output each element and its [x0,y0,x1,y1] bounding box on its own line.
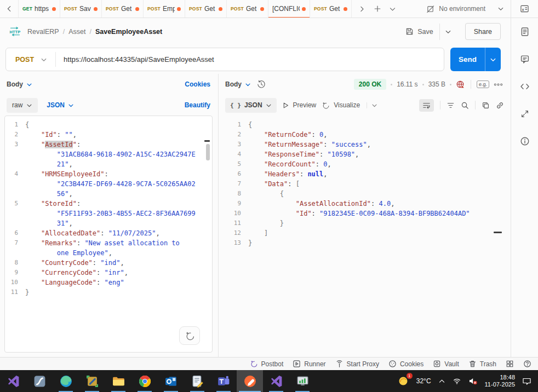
comments-icon[interactable] [519,53,531,65]
line-number: 2 [225,130,248,140]
request-format-dropdown[interactable]: JSON [47,101,74,109]
taskbar-app-dev-tool[interactable] [79,370,105,392]
taskbar-app-notepad-plus-plus[interactable] [184,370,210,392]
action-center-icon[interactable] [522,377,531,385]
help-icon[interactable] [523,360,531,368]
temperature-label[interactable]: 32°C [416,377,431,385]
related-requests-icon[interactable] [519,108,531,120]
taskbar-app-visual-studio-2[interactable] [263,370,289,392]
request-tab[interactable]: POSTGet [102,0,144,18]
taskbar-app-postman[interactable] [237,370,263,392]
taskbar-app-google-chrome[interactable] [131,370,158,392]
environment-quick-look-icon[interactable]: x [511,0,538,18]
statusbar-item-label: Cookies [400,360,423,368]
tabs-scroll-right-icon[interactable] [355,2,369,16]
weather-widget[interactable]: 1 [397,375,409,387]
link-icon[interactable] [496,101,504,109]
taskbar-app-visual-studio[interactable] [0,370,26,392]
save-options-chevron-icon[interactable] [439,24,456,40]
environment-selector[interactable]: No environment [420,0,511,18]
line-number [5,248,25,258]
wrap-lines-icon[interactable] [419,99,434,112]
request-tab[interactable]: GEThttps [19,0,60,18]
breadcrumb-collection[interactable]: Asset [68,28,85,36]
response-scrollbar-mark[interactable] [494,232,502,233]
code-snippet-icon[interactable] [519,80,531,93]
statusbar-item-trash[interactable]: Trash [468,360,496,368]
postbot-suggest-button[interactable] [179,326,200,345]
breadcrumb-workspace[interactable]: RevalERP [27,28,59,36]
request-tab[interactable]: POSTGet [310,0,352,18]
volume-muted-icon[interactable] [468,377,478,385]
beautify-link[interactable]: Beautify [185,101,210,109]
request-body-dropdown[interactable]: Body [7,80,32,88]
taskbar-app-sql-server-management-studio[interactable] [26,370,53,392]
cookies-link[interactable]: Cookies [185,80,210,88]
share-button[interactable]: Share [465,23,501,40]
more-options-icon[interactable] [494,83,503,87]
request-body-label: Body [7,80,23,88]
request-tab[interactable]: POSTSav [60,0,102,18]
request-tab[interactable]: POSTGet [227,0,268,18]
taskbar-app-outlook[interactable] [158,370,184,392]
method-select[interactable]: POST [6,48,55,71]
new-tab-icon[interactable] [370,2,384,16]
documentation-icon[interactable] [519,26,531,38]
line-number: 8 [5,258,25,268]
response-format-dropdown[interactable]: { } JSON [225,98,277,113]
windows-grid-icon[interactable] [506,360,514,368]
info-icon[interactable] [519,135,531,147]
status-badge[interactable]: 200 OK [354,79,386,90]
statusbar-item-start-proxy[interactable]: Start Proxy [335,360,379,368]
body-type-dropdown[interactable]: raw [7,98,38,113]
tab-bar: GEThttpsPOSTSavPOSTGetPOSTEmpPOSTGetPOST… [0,0,538,18]
code-content: { [248,120,252,130]
request-tab[interactable]: POSTEmp [144,0,185,18]
editor-scrollbar[interactable] [206,144,210,160]
search-icon[interactable] [461,101,469,109]
statusbar-item-vault[interactable]: Vault [433,360,459,368]
taskbar-app-microsoft-teams[interactable] [210,370,237,392]
visualize-button[interactable]: Visualize [322,101,360,109]
send-button[interactable]: Send [450,48,485,71]
request-tab[interactable]: [CONFLIC [268,0,310,18]
line-number: 7 [5,238,25,248]
visualize-chevron-icon[interactable] [367,102,377,108]
url-input[interactable]: https://localhost:44335/api/SaveEmployee… [56,55,222,64]
filter-icon[interactable] [447,101,455,109]
tray-expand-icon[interactable] [438,378,445,385]
code-line: 2 "Id": "", [5,130,212,140]
tabs-back-icon[interactable] [0,0,19,18]
statusbar-item-postbot[interactable]: Postbot [250,360,284,368]
toolbar-divider [440,101,440,109]
taskbar-app-microsoft-edge[interactable] [53,370,79,392]
response-history-icon[interactable] [257,80,266,89]
microsoft-edge-icon [59,374,73,388]
wifi-icon[interactable] [453,377,461,385]
editor-scrollbar-mark [204,140,210,142]
example-icon[interactable]: e.g. [477,80,489,88]
response-body-viewer[interactable]: 1{2 "ReturnCode": 0,3 "ReturnMessage": "… [225,116,511,353]
clock-date: 11-07-2025 [485,381,515,389]
response-size[interactable]: 335 B [428,80,445,88]
code-line: 2 "ReturnCode": 0, [225,130,511,140]
tab-options-chevron-icon[interactable] [386,2,399,16]
code-content: } [248,238,252,248]
taskbar-app-file-explorer[interactable] [105,370,131,392]
statusbar-item-runner[interactable]: Runner [293,360,325,368]
taskbar-clock[interactable]: 18:48 11-07-2025 [485,374,515,389]
response-body-dropdown[interactable]: Body [225,80,251,88]
save-button[interactable]: Save [399,24,439,40]
request-pane: Body Cookies raw JSON [0,74,219,357]
ssl-warning-globe-icon[interactable] [456,80,465,89]
response-time[interactable]: 16.11 s [397,80,417,88]
tab-title: Get [329,5,341,13]
copy-icon[interactable] [482,101,490,109]
preview-button[interactable]: Preview [282,101,317,109]
send-options-chevron-icon[interactable] [485,48,501,71]
statusbar-item-cookies[interactable]: Cookies [388,360,423,368]
request-tab[interactable]: POSTGet [185,0,227,18]
request-body-editor[interactable]: 1{2 "Id": "",3 "AssetId": "31ACB684-9618… [4,116,213,353]
code-line: 11} [5,287,212,297]
taskbar-app-resource-monitor[interactable] [289,370,316,392]
